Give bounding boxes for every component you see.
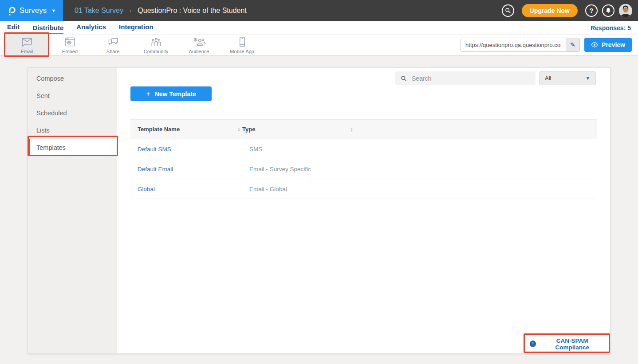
chevron-down-icon: ▼ [51,8,56,13]
email-side-nav: Compose Sent Scheduled Lists Templates [28,68,117,353]
toolbar-item-label: Mobile App [230,49,254,54]
question-mark-icon: ? [590,7,594,14]
edit-url-button[interactable]: ✎ [566,38,579,51]
breadcrumb-survey-link[interactable]: 01 Take Survey [75,7,123,15]
survey-nav-tabs: Edit Distribute Analytics Integration Re… [0,21,638,34]
sidebar-item-scheduled[interactable]: Scheduled [28,104,117,121]
svg-text:$: $ [194,37,197,42]
community-icon [150,36,163,47]
toolbar-right-group: ✎ Preview [461,38,632,52]
table-row: Global Email - Global [130,179,597,199]
type-filter-dropdown[interactable]: All ▼ [539,71,596,85]
template-name-link[interactable]: Default SMS [138,146,171,153]
column-header-template-name: Template Name [138,126,180,133]
questionpro-logo-icon [7,6,16,16]
template-type: SMS [249,146,262,153]
toolbar-item-embed[interactable]: Embed [48,35,91,55]
column-header-type: Type [242,126,255,133]
filter-selected-value: All [545,75,551,82]
notifications-button[interactable] [602,4,614,17]
breadcrumb-current-title: QuestionPro : Voice of the Student [138,7,247,15]
preview-label: Preview [602,41,625,48]
toolbar-item-share[interactable]: Share [91,35,134,55]
sort-icon[interactable]: ▲▼ [237,127,240,132]
toolbar-item-email[interactable]: Email [5,35,48,55]
toolbar-item-label: Email [21,49,33,54]
templates-content: All ▼ + New Template Template Name ▲▼ Ty… [117,68,610,353]
product-switcher[interactable]: Surveys ▼ [0,0,63,21]
toolbar-item-label: Embed [62,49,78,54]
can-spam-compliance-link[interactable]: ! CAN-SPAM Compliance [527,337,607,351]
templates-table: Template Name ▲▼ Type ▲▼ Default SMS SMS… [130,119,597,199]
search-icon [505,8,511,14]
toolbar-item-audience[interactable]: $ Audience [177,35,221,55]
help-button[interactable]: ? [585,4,598,17]
sidebar-item-compose[interactable]: Compose [28,70,117,87]
tab-edit[interactable]: Edit [7,23,20,34]
product-name: Surveys [20,6,47,15]
survey-url-input[interactable] [461,38,566,51]
template-search-field [395,71,536,85]
sidebar-item-lists[interactable]: Lists [28,121,117,139]
email-icon [20,36,34,47]
toolbar-item-community[interactable]: Community [134,35,177,55]
tab-distribute[interactable]: Distribute [32,24,63,34]
share-icon [107,36,119,47]
eye-icon [591,42,598,47]
sort-icon[interactable]: ▲▼ [350,127,353,132]
new-template-label: New Template [155,90,196,98]
template-type: Email - Survey Specific [249,166,311,172]
mobile-app-icon [239,36,246,47]
can-spam-label: CAN-SPAM Compliance [540,337,605,351]
info-icon: ! [530,341,536,347]
template-search-input[interactable] [411,74,530,82]
breadcrumb-separator-icon: › [130,8,131,14]
survey-url-group: ✎ [461,38,580,52]
user-avatar[interactable] [619,4,632,17]
plus-icon: + [146,90,150,98]
sidebar-item-templates[interactable]: Templates [28,139,117,156]
template-name-link[interactable]: Default Email [138,166,173,172]
search-button[interactable] [502,4,514,17]
template-type: Email - Global [249,186,287,192]
tab-analytics[interactable]: Analytics [76,23,106,34]
tab-integration[interactable]: Integration [119,23,154,34]
new-template-button[interactable]: + New Template [130,86,212,101]
template-name-link[interactable]: Global [138,186,155,192]
app-header: Surveys ▼ 01 Take Survey › QuestionPro :… [0,0,638,21]
search-icon [401,75,407,82]
upgrade-now-button[interactable]: Upgrade Now [522,4,578,17]
table-header-row: Template Name ▲▼ Type ▲▼ [130,119,597,139]
toolbar-item-label: Audience [189,49,209,54]
embed-icon [64,36,76,47]
toolbar-item-label: Share [106,49,119,54]
toolbar-item-label: Community [144,49,169,54]
bell-icon [605,8,611,14]
table-row: Default Email Email - Survey Specific [130,159,597,179]
toolbar-item-mobile-app[interactable]: Mobile App [221,35,264,55]
distribute-toolbar: Email Embed Share Community $ Audience M… [0,35,638,56]
table-row: Default SMS SMS [130,139,597,159]
pencil-icon: ✎ [570,41,575,48]
breadcrumb: 01 Take Survey › QuestionPro : Voice of … [75,7,247,15]
responses-count[interactable]: Responses: 5 [591,24,631,31]
templates-panel: Compose Sent Scheduled Lists Templates A… [28,67,610,354]
header-actions: Upgrade Now ? [502,4,638,17]
chevron-down-icon: ▼ [586,76,590,81]
audience-icon: $ [193,36,206,47]
sidebar-item-sent[interactable]: Sent [28,87,117,104]
preview-button[interactable]: Preview [584,38,632,52]
